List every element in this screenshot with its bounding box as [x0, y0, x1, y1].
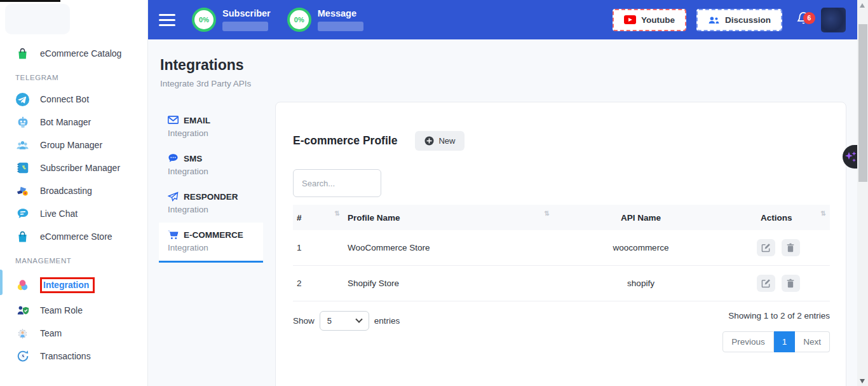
user-avatar[interactable] [821, 8, 846, 32]
sidebar-item-label: Live Chat [40, 209, 78, 219]
row-profile-name: Shopify Store [344, 266, 553, 301]
subnav-subtitle: Integration [168, 243, 254, 252]
pagination-page-1-button[interactable]: 1 [774, 331, 796, 352]
sidebar-item-ecommerce-store[interactable]: eCommerce Store [0, 225, 147, 248]
chevron-down-icon [355, 315, 362, 322]
sidebar-item-label: eCommerce Store [40, 231, 112, 242]
new-button-label: New [438, 136, 455, 146]
message-stat-label: Message [318, 8, 363, 18]
subnav-ecommerce-integration[interactable]: E-COMMERCE Integration [159, 223, 263, 263]
hamburger-menu-icon[interactable] [159, 11, 175, 29]
subnav-title: EMAIL [184, 116, 210, 125]
cart-icon [168, 230, 179, 240]
youtube-button-label: Youtube [641, 15, 675, 25]
edit-button[interactable] [757, 275, 775, 292]
plus-circle-icon [424, 136, 434, 146]
sidebar-item-label: Connect Bot [40, 94, 89, 104]
scrollbar[interactable] [857, 0, 868, 386]
sort-icon: ⇅ [335, 210, 340, 217]
subnav-email-integration[interactable]: EMAIL Integration [159, 108, 263, 146]
youtube-icon [624, 15, 636, 24]
users-icon [708, 15, 720, 25]
shopping-bag-icon [15, 46, 30, 61]
discussion-button[interactable]: Discussion [696, 9, 782, 31]
integration-icon [15, 278, 30, 293]
discussion-button-label: Discussion [725, 15, 771, 25]
sidebar: eCommerce Catalog TELEGRAM Connect Bot B… [0, 0, 148, 386]
pagination: Previous 1 Next [722, 331, 830, 352]
sidebar-item-integration[interactable]: Integration [0, 271, 147, 299]
topbar: 0% Subscriber 0% Message Youtube Discuss… [148, 0, 857, 39]
subscriber-stat-value-redacted [222, 22, 268, 31]
profiles-table: #⇅ Profile Name⇅ API Name Actions⇅ 1 Woo… [293, 205, 830, 301]
new-profile-button[interactable]: New [415, 131, 465, 151]
sidebar-item-group-manager[interactable]: Group Manager [0, 134, 147, 156]
subnav-sms-integration[interactable]: SMS Integration [159, 146, 263, 184]
broadcast-icon [15, 184, 30, 198]
sms-bubble-icon [168, 153, 179, 164]
window-edge [0, 0, 60, 2]
robot-icon [15, 115, 30, 130]
pagination-previous-button[interactable]: Previous [722, 331, 774, 352]
sidebar-item-bot-manager[interactable]: Bot Manager [0, 111, 147, 134]
sidebar-item-live-chat[interactable]: Live Chat [0, 202, 147, 225]
delete-button[interactable] [782, 239, 800, 256]
message-stat: 0% Message [287, 8, 363, 32]
team-icon [15, 326, 30, 341]
column-header-num[interactable]: #⇅ [293, 205, 344, 230]
notification-count-badge: 6 [803, 12, 815, 24]
card-title: E-commerce Profile [293, 134, 397, 148]
message-stat-value-redacted [318, 22, 363, 31]
sparkles-icon [844, 149, 857, 165]
sidebar-item-broadcasting[interactable]: Broadcasting [0, 179, 147, 202]
sidebar-item-connect-bot[interactable]: Connect Bot [0, 88, 147, 111]
sort-icon: ⇅ [545, 210, 550, 217]
subnav-title: SMS [184, 154, 202, 163]
scroll-down-arrow[interactable] [860, 379, 865, 383]
delete-button[interactable] [782, 275, 800, 292]
table-row: 1 WooCommerce Store woocommerce [293, 230, 830, 266]
entries-label: entries [374, 316, 400, 326]
subscriber-stat: 0% Subscriber [192, 8, 271, 32]
subnav-subtitle: Integration [168, 128, 254, 138]
sidebar-item-transactions[interactable]: Transactions [0, 345, 147, 368]
row-num: 2 [293, 266, 344, 301]
team-role-icon [15, 303, 30, 318]
scrollbar-thumb[interactable] [858, 24, 867, 182]
column-header-actions[interactable]: Actions⇅ [728, 205, 830, 230]
search-input[interactable] [293, 169, 381, 197]
paper-plane-icon [168, 191, 179, 202]
telegram-icon [15, 92, 30, 107]
subnav-subtitle: Integration [168, 167, 254, 176]
column-header-profile-name[interactable]: Profile Name⇅ [344, 205, 553, 230]
youtube-button[interactable]: Youtube [613, 9, 686, 31]
message-progress-ring: 0% [287, 8, 311, 32]
pagination-next-button[interactable]: Next [795, 331, 830, 352]
subscriber-progress-ring: 0% [192, 8, 216, 32]
entries-per-page-select[interactable]: 5 [320, 311, 369, 331]
sidebar-section-telegram: TELEGRAM [0, 65, 147, 88]
main-content: Integrations Integrate 3rd Party APIs EM… [148, 39, 857, 386]
edit-button[interactable] [757, 239, 775, 256]
sidebar-section-management: MANAGEMENT [0, 248, 147, 271]
notifications-button[interactable]: 6 [796, 11, 811, 29]
subnav-responder-integration[interactable]: RESPONDER Integration [159, 184, 263, 223]
sort-icon: ⇅ [821, 210, 826, 217]
sidebar-item-subscriber-manager[interactable]: Subscriber Manager [0, 156, 147, 179]
sidebar-item-label: Group Manager [40, 140, 102, 150]
sidebar-item-label: eCommerce Catalog [40, 48, 121, 59]
sidebar-item-team-role[interactable]: Team Role [0, 299, 147, 322]
table-header-row: #⇅ Profile Name⇅ API Name Actions⇅ [293, 205, 830, 230]
sidebar-item-ecommerce-catalog[interactable]: eCommerce Catalog [0, 42, 147, 65]
entries-select-value: 5 [327, 316, 332, 326]
column-header-api-name[interactable]: API Name [553, 205, 728, 230]
row-profile-name: WooCommerce Store [344, 230, 553, 266]
sidebar-item-label: Subscriber Manager [40, 163, 120, 173]
trash-icon [786, 243, 795, 252]
scroll-up-arrow[interactable] [860, 3, 865, 8]
sidebar-item-team[interactable]: Team [0, 322, 147, 345]
envelope-icon [168, 115, 179, 126]
page-title: Integrations [160, 57, 244, 74]
subnav-title: E-COMMERCE [184, 230, 243, 240]
subnav-title: RESPONDER [184, 192, 238, 202]
